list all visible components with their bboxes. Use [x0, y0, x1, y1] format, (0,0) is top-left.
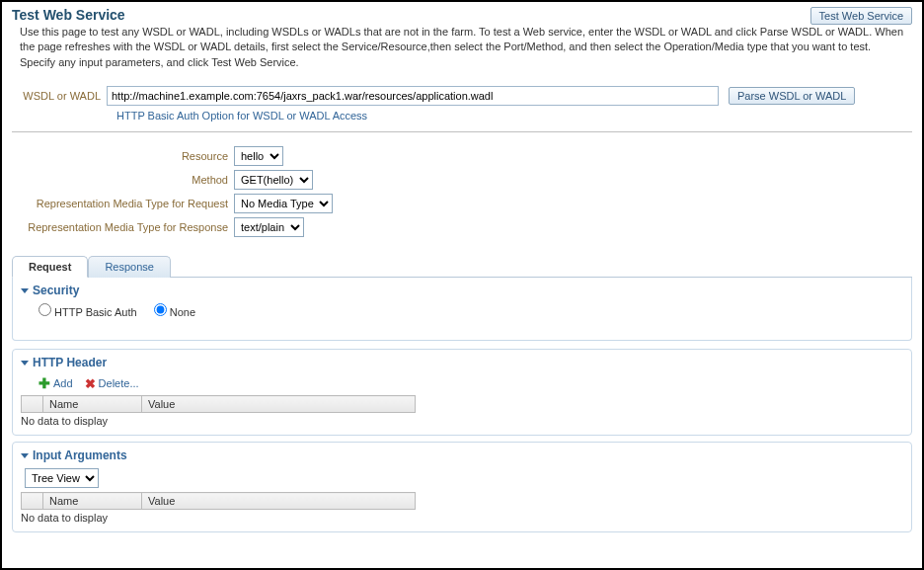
input-arguments-title: Input Arguments	[33, 448, 127, 462]
input-arguments-no-data: No data to display	[21, 510, 903, 526]
response-media-label: Representation Media Type for Response	[12, 221, 234, 233]
page-title: Test Web Service	[12, 7, 125, 23]
divider	[12, 131, 912, 132]
response-media-select[interactable]: text/plain	[234, 217, 304, 237]
radio-http-basic-auth[interactable]: HTTP Basic Auth	[38, 306, 140, 318]
security-section-toggle[interactable]: Security	[21, 284, 903, 297]
table-header-name: Name	[43, 493, 142, 510]
table-header-value: Value	[142, 396, 416, 413]
request-media-label: Representation Media Type for Request	[12, 198, 234, 209]
table-header-name: Name	[43, 396, 142, 413]
tab-request[interactable]: Request	[12, 256, 88, 278]
resource-label: Resource	[12, 150, 234, 162]
chevron-down-icon	[21, 453, 29, 458]
input-arguments-table: Name Value	[21, 492, 416, 510]
wsdl-input[interactable]	[107, 86, 719, 106]
http-header-section-toggle[interactable]: HTTP Header	[21, 356, 903, 369]
method-select[interactable]: GET(hello)	[234, 170, 313, 190]
delete-header-button[interactable]: ✖ Delete...	[85, 376, 139, 391]
security-title: Security	[33, 284, 79, 297]
input-arguments-section-toggle[interactable]: Input Arguments	[21, 448, 903, 462]
chevron-down-icon	[21, 288, 29, 293]
table-header-empty	[22, 493, 43, 510]
wsdl-label: WSDL or WADL	[12, 90, 107, 102]
parse-wsdl-button[interactable]: Parse WSDL or WADL	[729, 87, 855, 105]
method-label: Method	[12, 174, 234, 186]
http-header-no-data: No data to display	[21, 413, 903, 429]
plus-icon: ✚	[38, 375, 50, 391]
chevron-down-icon	[21, 361, 29, 366]
test-web-service-button[interactable]: Test Web Service	[810, 7, 912, 25]
resource-select[interactable]: hello	[234, 146, 283, 166]
table-header-empty	[22, 396, 43, 413]
page-description: Use this page to test any WSDL or WADL, …	[12, 25, 912, 70]
tree-view-select[interactable]: Tree View	[25, 468, 99, 488]
http-header-table: Name Value	[21, 395, 416, 413]
request-media-select[interactable]: No Media Type	[234, 194, 333, 213]
http-basic-auth-link[interactable]: HTTP Basic Auth Option for WSDL or WADL …	[116, 110, 367, 122]
http-header-title: HTTP Header	[33, 356, 107, 369]
tab-response[interactable]: Response	[88, 256, 171, 278]
x-icon: ✖	[85, 376, 96, 391]
add-header-button[interactable]: ✚ Add	[38, 375, 73, 391]
table-header-value: Value	[142, 493, 416, 510]
radio-none[interactable]: None	[154, 306, 195, 318]
